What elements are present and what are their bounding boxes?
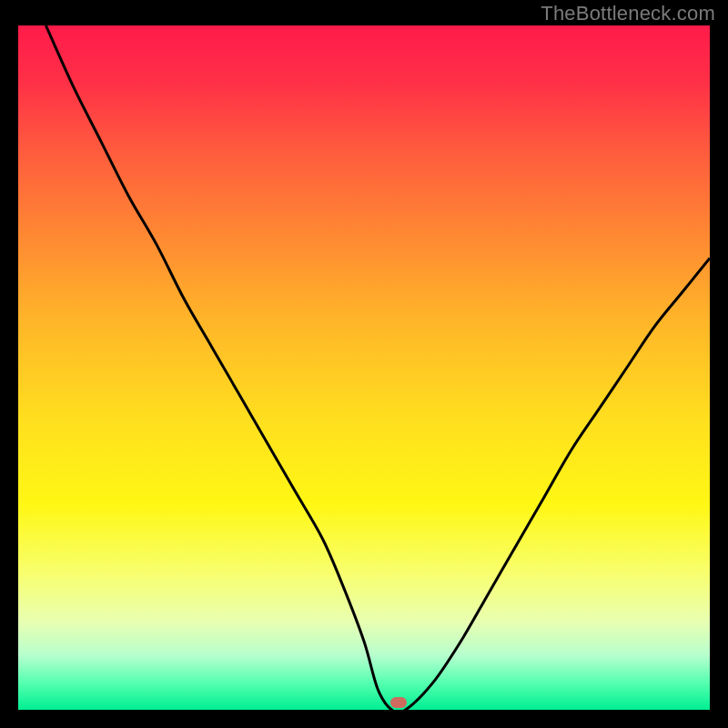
bottleneck-curve: [18, 25, 710, 710]
plot-frame: [18, 25, 710, 710]
chart-container: TheBottleneck.com: [0, 0, 728, 728]
optimal-point-marker: [390, 697, 407, 708]
watermark-text: TheBottleneck.com: [541, 2, 715, 25]
plot-area: [18, 25, 710, 710]
